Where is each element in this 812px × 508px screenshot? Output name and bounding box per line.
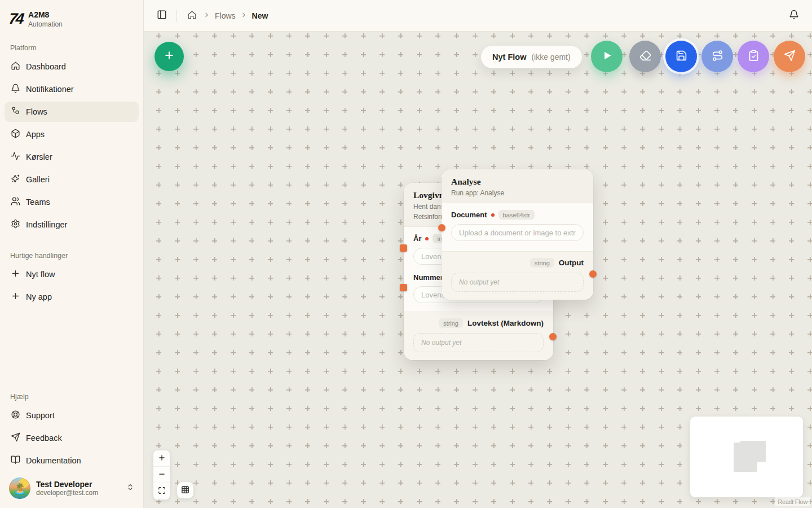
send-icon (784, 50, 796, 63)
output-label: Output (559, 259, 584, 267)
users-icon (11, 196, 20, 208)
sidebar-item-label: Kørsler (26, 152, 52, 161)
output-row: string Output (451, 258, 584, 268)
flow-canvas[interactable]: Nyt Flow (ikke gemt) Lovgivni Hent dans … (144, 32, 812, 508)
main-area: Flows New Nyt Flow (ikke gemt) (144, 0, 812, 508)
run-flow-button[interactable] (591, 41, 623, 72)
grid-icon (181, 485, 189, 496)
send-icon (11, 432, 20, 444)
box-icon (11, 129, 20, 140)
node-inputs-section: Document base64str (442, 203, 593, 249)
plus-icon (11, 269, 20, 280)
sidebar: 74 A2M8 Automation Platform Dashboard No… (0, 0, 144, 508)
sidebar-item-notifikationer[interactable]: Notifikationer (5, 79, 139, 99)
sidebar-item-label: Flows (26, 107, 47, 116)
eraser-icon (639, 50, 651, 63)
sidebar-item-feedback[interactable]: Feedback (5, 428, 139, 448)
minus-icon (158, 470, 166, 480)
required-dot (491, 213, 495, 217)
sidebar-item-nyt-flow[interactable]: Nyt flow (5, 264, 139, 284)
brand: 74 A2M8 Automation (5, 8, 139, 29)
sidebar-item-teams[interactable]: Teams (5, 192, 139, 212)
node-header: Analyse Run app: Analyse (442, 169, 593, 203)
sidebar-item-korsler[interactable]: Kørsler (5, 147, 139, 167)
sidebar-item-label: Notifikationer (26, 85, 74, 94)
notifications-button[interactable] (785, 7, 803, 25)
snap-grid-button[interactable] (177, 482, 193, 498)
auto-layout-button[interactable] (701, 41, 733, 72)
gear-icon (11, 219, 20, 230)
zoom-out-button[interactable] (153, 467, 170, 483)
output-handle[interactable] (549, 333, 557, 340)
sidebar-item-dashboard[interactable]: Dashboard (5, 56, 139, 77)
input-handle[interactable] (438, 224, 445, 231)
save-flow-button[interactable] (665, 41, 697, 72)
workflow-icon (11, 106, 20, 117)
user-name: Test Developer (36, 480, 121, 489)
field-name: År (413, 234, 421, 243)
brand-name: A2M8 (28, 10, 63, 20)
minimap-node (734, 443, 757, 472)
plus-icon (11, 291, 20, 303)
sidebar-item-apps[interactable]: Apps (5, 124, 139, 144)
minimap[interactable] (690, 417, 803, 497)
play-icon (601, 50, 613, 63)
topbar: Flows New (144, 0, 812, 32)
field-name: Nummer (413, 273, 443, 282)
breadcrumb-home-button[interactable] (185, 9, 198, 23)
sidebar-item-indstillinger[interactable]: Indstillinger (5, 214, 139, 235)
chevrons-up-down-icon (126, 483, 134, 493)
type-badge: base64str (498, 210, 535, 220)
node-subtitle: Run app: Analyse (451, 189, 584, 197)
sidebar-item-label: Dokumentation (26, 456, 81, 465)
sidebar-item-label: Feedback (26, 433, 62, 443)
user-menu[interactable]: 🏝️ Test Developer developer@test.com (5, 473, 139, 501)
sidebar-item-label: Indstillinger (26, 220, 67, 229)
plus-icon (158, 454, 166, 463)
field-name: Document (451, 211, 487, 219)
panel-left-icon (157, 10, 167, 21)
input-handle[interactable] (400, 284, 407, 291)
sidebar-item-support[interactable]: Support (5, 405, 139, 426)
type-badge: string (530, 258, 554, 268)
bell-icon (11, 84, 20, 95)
node-title: Analyse (451, 177, 584, 187)
avatar: 🏝️ (9, 478, 30, 499)
publish-flow-button[interactable] (774, 41, 805, 72)
avatar-emoji: 🏝️ (13, 482, 27, 495)
flow-title: Nyt Flow (492, 52, 526, 62)
sidebar-toggle-button[interactable] (153, 7, 171, 25)
sidebar-item-galleri[interactable]: Galleri (5, 169, 139, 190)
node-output-section: string Output No output yet (442, 251, 593, 300)
input-handle[interactable] (400, 244, 407, 252)
sidebar-item-flows[interactable]: Flows (5, 102, 139, 122)
breadcrumb-flows-link[interactable]: Flows (215, 11, 236, 20)
life-buoy-icon (11, 410, 20, 421)
output-empty-state: No output yet (413, 333, 544, 352)
breadcrumb-current: New (252, 11, 268, 20)
sidebar-item-label: Ny app (26, 292, 52, 301)
add-node-button[interactable] (155, 42, 184, 71)
document-upload-input[interactable] (451, 224, 584, 241)
clear-canvas-button[interactable] (629, 41, 661, 72)
sidebar-item-ny-app[interactable]: Ny app (5, 287, 139, 307)
section-help-label: Hjælp (5, 393, 139, 401)
fit-view-button[interactable] (153, 483, 170, 500)
sidebar-item-label: Support (26, 411, 55, 420)
house-icon (11, 61, 20, 72)
sidebar-spacer (5, 309, 139, 393)
flow-node-analyse[interactable]: Analyse Run app: Analyse Document base64… (442, 169, 593, 300)
output-empty-state: No output yet (451, 273, 584, 292)
zoom-in-button[interactable] (153, 450, 170, 467)
brand-tagline: Automation (28, 20, 63, 28)
section-quick-actions-label: Hurtige handlinger (5, 252, 139, 260)
clipboard-check-icon (748, 50, 760, 63)
plus-icon (164, 49, 175, 64)
validate-flow-button[interactable] (738, 41, 769, 72)
book-open-icon (11, 455, 20, 466)
sparkles-icon (11, 174, 20, 185)
node-output-section: string Lovtekst (Markdown) No output yet (404, 312, 553, 360)
maximize-icon (158, 487, 166, 496)
output-handle[interactable] (589, 270, 597, 278)
sidebar-item-dokumentation[interactable]: Dokumentation (5, 450, 139, 471)
